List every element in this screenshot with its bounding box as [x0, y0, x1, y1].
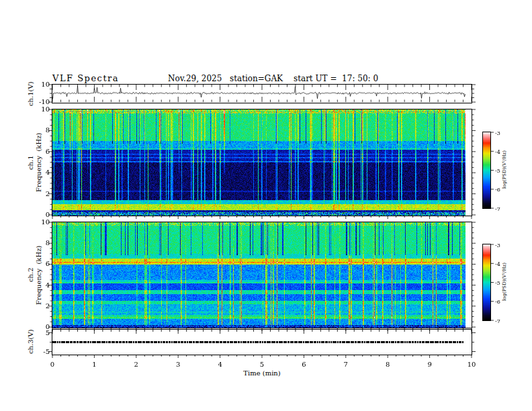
y-label-ch3v: ch.3(V) — [27, 326, 34, 357]
header-start-ut: start UT = 17: 50: 0 — [294, 74, 378, 83]
x-tick-label: 6 — [294, 361, 314, 368]
x-tick-label: 2 — [126, 361, 146, 368]
page-title: VLF Spectra — [52, 73, 119, 83]
colorbar1-tick-label: -6 — [495, 186, 500, 193]
x-tick-label: 5 — [252, 361, 272, 368]
waveform-canvas — [52, 85, 466, 103]
colorbar-2 — [482, 244, 491, 321]
y-label-spec1-frequency: Frequency (kHz) — [35, 109, 42, 216]
colorbar2-tick-label: -7 — [495, 318, 500, 325]
ch2-spectrogram-canvas — [52, 222, 466, 328]
figure-root: VLF Spectra Nov.29, 2025 station=GAK sta… — [0, 0, 532, 411]
ch3-canvas — [52, 330, 466, 355]
x-tick-label: 8 — [378, 361, 398, 368]
x-tick-label: 9 — [420, 361, 440, 368]
x-tick-label: 7 — [336, 361, 356, 368]
colorbar2-tick-label: -5 — [495, 279, 500, 287]
header-date: Nov.29, 2025 — [168, 74, 222, 83]
colorbar-2-unit-label: log(PSD)(V²/Hz) — [502, 244, 507, 320]
x-tick-label: 10 — [461, 361, 482, 368]
ch2-spectrogram-panel — [52, 222, 472, 328]
x-tick-label: 3 — [168, 361, 188, 368]
colorbar-1 — [482, 132, 491, 209]
colorbar1-tick-label: -4 — [495, 148, 500, 156]
waveform-panel — [52, 84, 472, 103]
header-station: station=GAK — [230, 74, 283, 83]
colorbar-2-canvas — [483, 244, 490, 320]
colorbar1-tick-label: -7 — [495, 205, 500, 213]
ch1-spectrogram-canvas — [52, 109, 466, 216]
x-tick-label: 0 — [42, 361, 62, 368]
colorbar2-tick-label: -4 — [495, 261, 500, 268]
colorbar1-tick-label: -5 — [495, 167, 500, 175]
colorbar2-tick-label: -3 — [495, 242, 500, 249]
y-label-ch1v: ch.1(V) — [27, 79, 34, 109]
colorbar-1-unit-label: log(PSD)(V²/Hz) — [502, 132, 507, 208]
colorbar1-tick-label: -3 — [495, 130, 500, 137]
ch3-panel — [52, 329, 472, 355]
y-label-spec2-frequency: Frequency (kHz) — [35, 222, 42, 328]
x-axis-title: Time (min) — [195, 369, 329, 377]
ch1-spectrogram-panel — [52, 109, 472, 216]
colorbar2-tick-label: -6 — [495, 298, 500, 306]
y-label-spec2-channel: ch.2 — [27, 222, 34, 328]
x-tick-label: 1 — [84, 361, 104, 368]
x-tick-label: 4 — [210, 361, 230, 368]
colorbar-1-canvas — [483, 132, 490, 208]
y-label-spec1-channel: ch.1 — [27, 109, 34, 216]
